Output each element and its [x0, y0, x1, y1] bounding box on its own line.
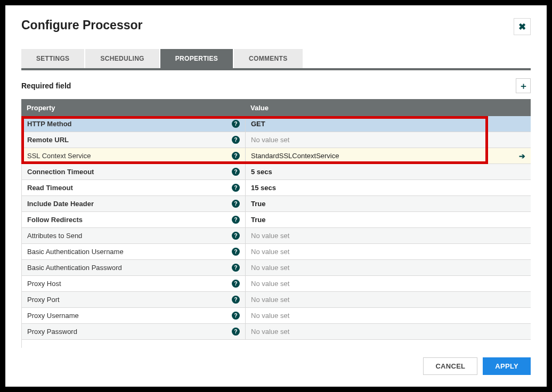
property-name-cell: Proxy Port?	[22, 292, 246, 307]
required-field-label: Required field	[21, 81, 71, 90]
property-value: No value set	[251, 328, 289, 336]
property-value-cell[interactable]: 5 secs	[246, 164, 531, 179]
table-row[interactable]: Include Date Header?True	[22, 196, 531, 212]
help-icon[interactable]: ?	[232, 120, 240, 128]
goto-service-icon[interactable]: ➔	[519, 152, 525, 160]
property-name-cell: Follow Redirects?	[22, 212, 246, 227]
table-row[interactable]: Basic Authentication Password?No value s…	[22, 260, 531, 276]
table-row[interactable]: HTTP Method?GET	[22, 116, 531, 132]
property-value: GET	[251, 120, 265, 128]
property-name: Read Timeout	[27, 184, 73, 192]
help-icon[interactable]: ?	[232, 136, 240, 144]
property-value-cell[interactable]: No value set	[246, 132, 531, 148]
add-property-button[interactable]: ＋	[516, 78, 531, 93]
properties-table: Property Value HTTP Method?GETRemote URL…	[21, 99, 531, 348]
property-name-cell: Basic Authentication Password?	[22, 260, 246, 275]
property-value-cell[interactable]: No value set	[246, 324, 531, 339]
column-header-value: Value	[245, 104, 531, 112]
configure-processor-dialog: Configure Processor ✖ SETTINGSSCHEDULING…	[5, 5, 547, 387]
property-name: Follow Redirects	[27, 216, 83, 224]
property-value: No value set	[251, 312, 289, 320]
close-icon: ✖	[518, 21, 526, 32]
property-name: HTTP Method	[27, 120, 72, 128]
property-value-cell[interactable]: No value set	[246, 292, 531, 307]
property-value-cell[interactable]: No value set	[246, 228, 531, 243]
help-icon[interactable]: ?	[232, 152, 240, 160]
tabs: SETTINGSSCHEDULINGPROPERTIESCOMMENTS	[21, 49, 531, 70]
dialog-footer: CANCEL APPLY	[5, 348, 547, 387]
tab-comments[interactable]: COMMENTS	[234, 49, 302, 68]
property-value: 15 secs	[251, 184, 276, 192]
tab-settings[interactable]: SETTINGS	[21, 49, 84, 68]
help-icon[interactable]: ?	[232, 280, 240, 288]
property-name-cell: Proxy Host?	[22, 276, 246, 291]
help-icon[interactable]: ?	[232, 312, 240, 320]
property-name-cell: HTTP Method?	[22, 116, 246, 132]
property-value-cell[interactable]: True	[246, 196, 531, 211]
tab-properties[interactable]: PROPERTIES	[160, 49, 233, 68]
close-button[interactable]: ✖	[514, 18, 531, 35]
hint-row: Required field ＋	[21, 77, 531, 95]
property-value: No value set	[251, 136, 289, 144]
table-row[interactable]: SSL Context Service?StandardSSLContextSe…	[22, 148, 531, 164]
property-value-cell[interactable]: No value set	[246, 276, 531, 291]
table-row[interactable]: Proxy Port?No value set	[22, 292, 531, 308]
property-value: No value set	[251, 296, 289, 304]
apply-button[interactable]: APPLY	[483, 357, 531, 375]
column-header-property: Property	[21, 104, 245, 112]
property-name: Attributes to Send	[27, 232, 82, 240]
property-name: Connection Timeout	[27, 168, 94, 176]
table-row[interactable]: Attributes to Send?No value set	[22, 228, 531, 244]
help-icon[interactable]: ?	[232, 216, 240, 224]
dialog-title: Configure Processor	[21, 18, 143, 32]
table-row[interactable]: Proxy Username?No value set	[22, 308, 531, 324]
plus-icon: ＋	[519, 80, 528, 92]
property-value-cell[interactable]: GET	[246, 116, 531, 132]
property-value-cell[interactable]: No value set	[246, 308, 531, 323]
help-icon[interactable]: ?	[232, 264, 240, 272]
property-value: 5 secs	[251, 168, 272, 176]
help-icon[interactable]: ?	[232, 184, 240, 192]
property-value: No value set	[251, 280, 289, 288]
property-name-cell: Proxy Username?	[22, 308, 246, 323]
property-value-cell[interactable]: True	[246, 212, 531, 227]
table-row[interactable]: Proxy Password?No value set	[22, 324, 531, 340]
table-body[interactable]: HTTP Method?GETRemote URL?No value setSS…	[21, 116, 531, 348]
table-row[interactable]: Read Timeout?15 secs	[22, 180, 531, 196]
property-value: No value set	[251, 248, 289, 256]
property-value-cell[interactable]: 15 secs	[246, 180, 531, 195]
help-icon[interactable]: ?	[232, 248, 240, 256]
property-name-cell: Include Date Header?	[22, 196, 246, 211]
property-value-cell[interactable]: No value set	[246, 260, 531, 275]
property-name-cell: Connection Timeout?	[22, 164, 246, 179]
property-value-cell[interactable]: StandardSSLContextService➔	[246, 148, 531, 164]
property-name-cell: Attributes to Send?	[22, 228, 246, 243]
property-name: Proxy Username	[27, 312, 79, 320]
tab-scheduling[interactable]: SCHEDULING	[85, 49, 159, 68]
cancel-button[interactable]: CANCEL	[423, 357, 477, 375]
table-row[interactable]: Connection Timeout?5 secs	[22, 164, 531, 180]
dialog-header: Configure Processor ✖	[5, 5, 547, 40]
help-icon[interactable]: ?	[232, 232, 240, 240]
property-value: No value set	[251, 232, 289, 240]
property-name-cell: Read Timeout?	[22, 180, 246, 195]
property-name-cell: Remote URL?	[22, 132, 246, 148]
property-name: Proxy Port	[27, 296, 60, 304]
properties-panel: Required field ＋ Property Value HTTP Met…	[5, 70, 547, 348]
property-name: SSL Context Service	[27, 152, 91, 160]
property-value: True	[251, 200, 265, 208]
table-row[interactable]: Proxy Host?No value set	[22, 276, 531, 292]
property-name-cell: Basic Authentication Username?	[22, 244, 246, 259]
table-row[interactable]: Basic Authentication Username?No value s…	[22, 244, 531, 260]
table-header: Property Value	[21, 99, 531, 116]
help-icon[interactable]: ?	[232, 328, 240, 336]
table-row[interactable]: Follow Redirects?True	[22, 212, 531, 228]
help-icon[interactable]: ?	[232, 200, 240, 208]
property-name: Remote URL	[27, 136, 69, 144]
property-name: Basic Authentication Password	[27, 264, 122, 272]
help-icon[interactable]: ?	[232, 296, 240, 304]
property-name-cell: Proxy Password?	[22, 324, 246, 339]
help-icon[interactable]: ?	[232, 168, 240, 176]
table-row[interactable]: Remote URL?No value set	[22, 132, 531, 148]
property-value-cell[interactable]: No value set	[246, 244, 531, 259]
